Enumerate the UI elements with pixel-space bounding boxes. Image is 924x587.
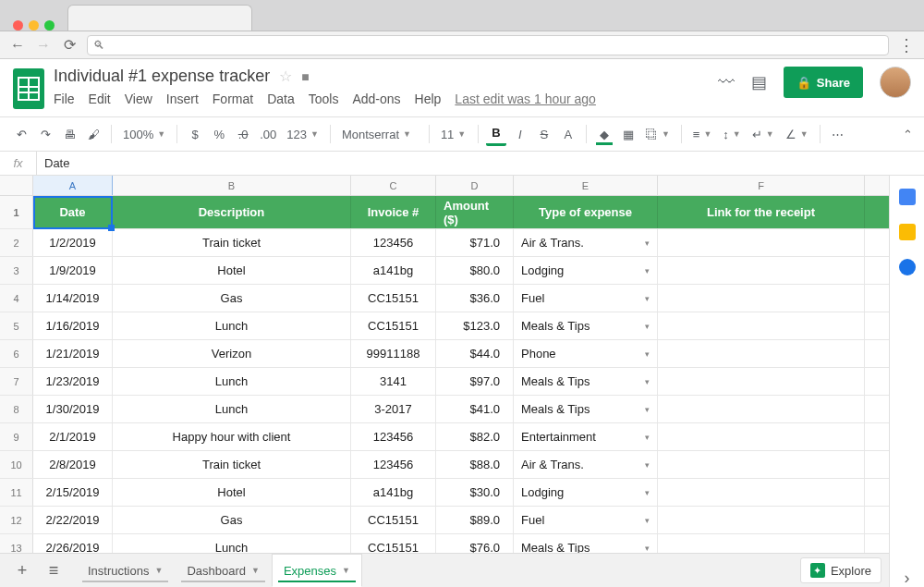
menu-format[interactable]: Format bbox=[213, 92, 253, 106]
cell-amount[interactable]: $89.0 bbox=[436, 507, 514, 533]
cell-invoice[interactable]: 123456 bbox=[351, 229, 436, 256]
document-title[interactable]: Individual #1 expense tracker bbox=[54, 67, 270, 86]
menu-addons[interactable]: Add-ons bbox=[352, 92, 400, 106]
borders-icon[interactable]: ▦ bbox=[618, 122, 638, 146]
tab-dashboard[interactable]: Dashboard▼ bbox=[175, 554, 272, 587]
cell-invoice[interactable]: 99911188 bbox=[351, 340, 436, 367]
header-amount[interactable]: Amount ($) bbox=[436, 196, 514, 228]
font-size-select[interactable]: 11▼ bbox=[437, 128, 470, 141]
sheets-app-icon[interactable] bbox=[13, 68, 44, 109]
column-header-B[interactable]: B bbox=[113, 176, 351, 195]
zoom-select[interactable]: 100%▼ bbox=[119, 128, 169, 141]
all-sheets-icon[interactable]: ≡ bbox=[41, 557, 67, 583]
cell-amount[interactable]: $30.0 bbox=[436, 479, 514, 506]
merge-cells-icon[interactable]: ⿻▼ bbox=[642, 128, 674, 141]
show-side-panel-icon[interactable]: › bbox=[905, 569, 910, 587]
text-wrap-icon[interactable]: ↵▼ bbox=[748, 128, 778, 141]
tab-expenses[interactable]: Expenses▼ bbox=[272, 554, 362, 587]
cell-description[interactable]: Lunch bbox=[113, 368, 351, 395]
activity-icon[interactable]: 〰 bbox=[718, 73, 735, 92]
cell-description[interactable]: Gas bbox=[113, 507, 351, 533]
share-button[interactable]: 🔒Share bbox=[784, 67, 863, 98]
cell-type-dropdown[interactable]: Fuel bbox=[514, 285, 658, 312]
cell-date[interactable]: 2/22/2019 bbox=[33, 507, 113, 533]
row-header-1[interactable]: 1 bbox=[0, 196, 33, 228]
cell-invoice[interactable]: 123456 bbox=[351, 451, 436, 478]
cell-invoice[interactable]: 3141 bbox=[351, 368, 436, 395]
row-header[interactable]: 7 bbox=[0, 368, 33, 395]
row-header[interactable]: 4 bbox=[0, 285, 33, 312]
tab-instructions[interactable]: Instructions▼ bbox=[76, 554, 175, 587]
cell-type-dropdown[interactable]: Meals & Tips bbox=[514, 396, 658, 422]
cell-type-dropdown[interactable]: Lodging bbox=[514, 479, 658, 506]
cell-amount[interactable]: $123.0 bbox=[436, 312, 514, 339]
cell-type-dropdown[interactable]: Lodging bbox=[514, 257, 658, 284]
cell-description[interactable]: Happy hour with client bbox=[113, 423, 351, 450]
cell-description[interactable]: Train ticket bbox=[113, 229, 351, 256]
select-all-corner[interactable] bbox=[0, 176, 33, 195]
cell-description[interactable]: Train ticket bbox=[113, 451, 351, 478]
menu-data[interactable]: Data bbox=[267, 92, 295, 106]
header-type[interactable]: Type of expense bbox=[514, 196, 658, 228]
cell-type-dropdown[interactable]: Entertainment bbox=[514, 423, 658, 450]
cell-invoice[interactable]: 3-2017 bbox=[351, 396, 436, 422]
menu-tools[interactable]: Tools bbox=[309, 92, 339, 106]
redo-icon[interactable]: ↷ bbox=[35, 122, 55, 146]
cell-type-dropdown[interactable]: Air & Trans. bbox=[514, 229, 658, 256]
row-header[interactable]: 2 bbox=[0, 229, 33, 256]
column-header-C[interactable]: C bbox=[351, 176, 436, 195]
cell-link[interactable] bbox=[658, 423, 865, 450]
cell-amount[interactable]: $41.0 bbox=[436, 396, 514, 422]
cell-invoice[interactable]: a141bg bbox=[351, 479, 436, 506]
tasks-icon[interactable] bbox=[899, 259, 916, 275]
cell-description[interactable]: Hotel bbox=[113, 257, 351, 284]
cell-invoice[interactable]: 123456 bbox=[351, 423, 436, 450]
spreadsheet-grid[interactable]: A B C D E F 1 Date Description Invoice #… bbox=[0, 176, 889, 587]
maximize-window-icon[interactable] bbox=[44, 20, 55, 31]
vertical-align-icon[interactable]: ↕▼ bbox=[719, 128, 744, 141]
cell-type-dropdown[interactable]: Phone bbox=[514, 340, 658, 367]
menu-view[interactable]: View bbox=[125, 92, 152, 106]
move-folder-icon[interactable]: ■ bbox=[301, 69, 309, 84]
close-window-icon[interactable] bbox=[13, 20, 23, 31]
menu-file[interactable]: File bbox=[54, 92, 75, 106]
browser-menu-icon[interactable]: ⋮ bbox=[898, 35, 915, 55]
cell-link[interactable] bbox=[658, 507, 865, 533]
header-date[interactable]: Date bbox=[33, 196, 113, 228]
horizontal-align-icon[interactable]: ≡▼ bbox=[689, 128, 716, 141]
print-icon[interactable]: 🖶 bbox=[59, 122, 79, 146]
explore-button[interactable]: ✦Explore bbox=[800, 557, 881, 583]
formula-input[interactable]: Date bbox=[37, 156, 69, 170]
back-icon[interactable]: ← bbox=[9, 37, 26, 54]
row-header[interactable]: 5 bbox=[0, 312, 33, 339]
reload-icon[interactable]: ⟳ bbox=[61, 36, 78, 54]
cell-link[interactable] bbox=[658, 229, 865, 256]
row-header[interactable]: 9 bbox=[0, 423, 33, 450]
text-color-icon[interactable]: A bbox=[558, 122, 578, 146]
cell-invoice[interactable]: CC15151 bbox=[351, 312, 436, 339]
cell-amount[interactable]: $71.0 bbox=[436, 229, 514, 256]
cell-description[interactable]: Verizon bbox=[113, 340, 351, 367]
strikethrough-icon[interactable]: S bbox=[534, 122, 554, 146]
paint-format-icon[interactable]: 🖌 bbox=[83, 122, 103, 146]
menu-edit[interactable]: Edit bbox=[89, 92, 111, 106]
cell-invoice[interactable]: CC15151 bbox=[351, 507, 436, 533]
row-header[interactable]: 12 bbox=[0, 507, 33, 533]
row-header[interactable]: 8 bbox=[0, 396, 33, 422]
increase-decimal-icon[interactable]: .00 bbox=[257, 122, 279, 146]
cell-date[interactable]: 2/1/2019 bbox=[33, 423, 113, 450]
cell-description[interactable]: Hotel bbox=[113, 479, 351, 506]
menu-help[interactable]: Help bbox=[415, 92, 442, 106]
cell-description[interactable]: Lunch bbox=[113, 396, 351, 422]
cell-invoice[interactable]: CC15151 bbox=[351, 285, 436, 312]
cell-amount[interactable]: $80.0 bbox=[436, 257, 514, 284]
cell-date[interactable]: 1/14/2019 bbox=[33, 285, 113, 312]
cell-date[interactable]: 2/8/2019 bbox=[33, 451, 113, 478]
decrease-decimal-icon[interactable]: .0 bbox=[233, 122, 253, 146]
cell-link[interactable] bbox=[658, 396, 865, 422]
forward-icon[interactable]: → bbox=[35, 37, 52, 54]
row-header[interactable]: 3 bbox=[0, 257, 33, 284]
cell-amount[interactable]: $82.0 bbox=[436, 423, 514, 450]
cell-amount[interactable]: $36.0 bbox=[436, 285, 514, 312]
more-toolbar-icon[interactable]: ⋯ bbox=[828, 122, 848, 146]
